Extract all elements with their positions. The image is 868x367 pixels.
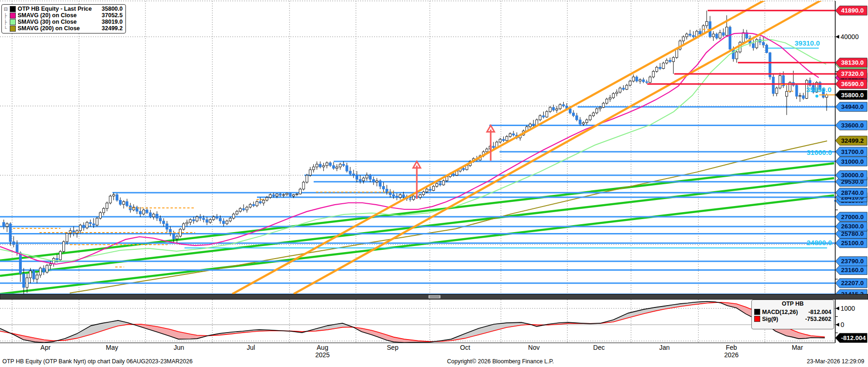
candle-body — [103, 208, 105, 213]
candle-body — [685, 34, 688, 37]
candle-body — [106, 203, 108, 208]
price-legend-box[interactable]: ⊟ OTP HB Equity - Last Price 35800.0 ├ S… — [1, 4, 126, 33]
copyright-text: Copyright© 2026 Bloomberg Finance L.P. — [447, 358, 554, 365]
candle-body — [226, 221, 228, 224]
candle-body — [199, 217, 202, 218]
candle-body — [289, 193, 291, 196]
panel-separator — [0, 294, 868, 300]
candle-body — [263, 200, 265, 203]
month-label: Dec — [593, 344, 605, 351]
candle-body — [572, 113, 575, 116]
collapse-icon[interactable]: ⊟ — [4, 7, 10, 12]
candle-body — [236, 211, 238, 214]
support-level-flag-label: 23160.0 — [841, 267, 864, 274]
candle-body — [192, 220, 195, 221]
candle-body — [392, 194, 395, 196]
candle-body — [705, 21, 708, 26]
legend-row-sma20[interactable]: ├ SMAVG (20) on Close 37052.5 — [4, 12, 123, 19]
sig-legend-row: Sig(9) -753.2602 — [754, 315, 831, 322]
candle-body — [622, 88, 625, 89]
candle-body — [299, 189, 302, 194]
candle-body — [356, 175, 358, 180]
macd-legend-row: MACD(12,26) -812.004 — [754, 308, 831, 315]
time-axis: AprMayJunJulAugSepOctNovDecJanFebMar2025… — [40, 344, 803, 359]
candle-body — [802, 96, 804, 99]
panel-resize-handle[interactable] — [428, 295, 441, 299]
candle-body — [669, 60, 671, 62]
macd-fill — [479, 324, 494, 335]
month-label: Apr — [40, 344, 51, 351]
candle-body — [509, 133, 511, 136]
candle-body — [582, 123, 585, 124]
candle-body — [556, 109, 558, 110]
candle-body — [279, 194, 282, 195]
candle-body — [692, 35, 695, 37]
candle-body — [309, 170, 311, 175]
candle-body — [66, 234, 68, 242]
candle-body — [462, 168, 465, 170]
candle-body — [112, 194, 115, 196]
candle-body — [609, 98, 611, 99]
support-level-flag-label: 31700.0 — [841, 148, 864, 155]
candle-body — [662, 63, 664, 69]
candle-body — [616, 92, 618, 93]
candle-body — [89, 222, 92, 224]
legend-row-last-price[interactable]: ⊟ OTP HB Equity - Last Price 35800.0 — [4, 6, 123, 12]
candle-body — [533, 124, 535, 126]
candle-body — [186, 222, 188, 224]
candle-body — [362, 178, 365, 181]
candle-body — [382, 187, 385, 189]
tree-branch-icon: ├ — [4, 13, 10, 18]
series-value: 37052.5 — [102, 12, 123, 19]
month-label: Nov — [528, 344, 540, 351]
candle-body — [576, 116, 578, 120]
sig-value: -753.2602 — [805, 316, 831, 322]
candle-body — [712, 34, 715, 37]
cyan-price-annotation: 35950.0 — [806, 86, 831, 93]
candle-body — [589, 116, 591, 120]
candle-body — [246, 207, 248, 210]
candle-body — [596, 109, 598, 113]
candle-body — [336, 167, 338, 168]
support-level-flag-label: 33600.0 — [841, 122, 864, 129]
candle-body — [163, 221, 165, 224]
macd-label: MACD(12,26) — [762, 309, 809, 315]
support-level-flag-label: 30000.0 — [841, 172, 864, 179]
candle-body — [203, 218, 205, 220]
candle-body — [86, 222, 88, 228]
series-value: 35800.0 — [102, 6, 123, 12]
candle-body — [352, 174, 355, 175]
resistance-level-flag-label: 38130.0 — [841, 59, 864, 66]
candle-body — [736, 52, 738, 59]
candle-body — [599, 107, 601, 109]
candle-body — [206, 220, 208, 222]
legend-row-sma200[interactable]: └ SMAVG (200) on Close 32499.2 — [4, 25, 123, 32]
macd-panel[interactable] — [0, 301, 835, 343]
candle-body — [46, 265, 48, 272]
candle-body — [426, 189, 428, 192]
candle-body — [183, 224, 185, 229]
candle-body — [346, 166, 348, 171]
candle-body — [36, 275, 38, 279]
chart-canvas[interactable]: 39310.035950.031000.024890.0400001000032… — [0, 0, 868, 367]
candle-body — [379, 181, 381, 187]
candle-body — [722, 33, 724, 35]
candle-body — [506, 136, 508, 140]
candle-body — [605, 99, 608, 103]
support-level-flag-label: 31000.0 — [841, 158, 864, 165]
candle-body — [59, 252, 61, 260]
candle-body — [649, 77, 651, 82]
series-swatch — [10, 13, 16, 19]
price-panel[interactable]: 39310.035950.031000.024890.0 — [0, 0, 835, 294]
macd-legend-box[interactable]: OTP HB MACD(12,26) -812.004 Sig(9) -753.… — [751, 300, 834, 329]
candle-body — [656, 67, 658, 72]
candle-body — [442, 181, 445, 185]
series-label: SMAVG (20) on Close — [18, 12, 102, 19]
candle-body — [456, 171, 458, 175]
legend-row-sma30[interactable]: ├ SMAVG (30) on Close 38019.0 — [4, 19, 123, 25]
candle-body — [765, 45, 768, 53]
price-tick-label: 40000 — [841, 33, 859, 40]
month-label: Mar — [792, 344, 803, 351]
candle-body — [286, 193, 288, 194]
candle-body — [149, 213, 151, 217]
